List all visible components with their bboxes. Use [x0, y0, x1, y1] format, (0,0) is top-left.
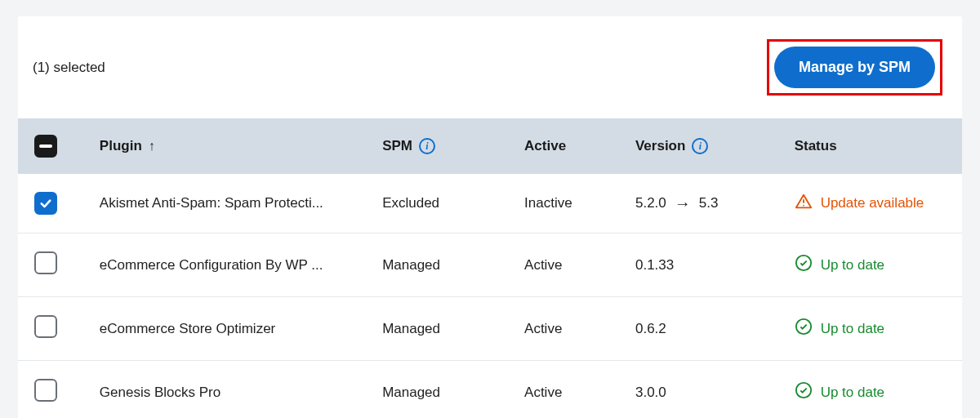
svg-point-3 — [795, 319, 810, 334]
column-header-spm[interactable]: SPM i — [382, 138, 435, 154]
row-checkbox[interactable] — [34, 192, 57, 215]
status-text: Update available — [821, 195, 924, 211]
toolbar: (1) selected Manage by SPM — [18, 16, 962, 118]
manage-by-spm-button[interactable]: Manage by SPM — [774, 47, 935, 88]
svg-point-4 — [795, 383, 810, 398]
annotation-highlight: Manage by SPM — [767, 39, 942, 96]
status-value: Update available — [785, 174, 962, 233]
spm-value: Managed — [372, 361, 514, 419]
version-from: 5.2.0 — [635, 195, 666, 211]
version-value: 5.2.0→5.3 — [626, 174, 785, 233]
svg-point-2 — [795, 256, 810, 270]
status-value: Up to date — [785, 361, 962, 419]
row-checkbox[interactable] — [34, 251, 57, 274]
plugin-name: Akismet Anti-Spam: Spam Protecti... — [90, 174, 372, 233]
arrow-right-icon: → — [675, 194, 691, 213]
plugin-name: Genesis Blocks Pro — [90, 361, 372, 419]
status-value: Up to date — [785, 233, 962, 297]
table-row: eCommerce Configuration By WP ...Managed… — [18, 233, 962, 297]
active-value: Active — [514, 361, 626, 419]
table-row: Genesis Blocks ProManagedActive3.0.0Up t… — [18, 361, 962, 419]
warning-icon — [795, 193, 813, 215]
check-circle-icon — [795, 254, 813, 276]
column-label: Active — [524, 138, 566, 154]
active-value: Active — [514, 297, 626, 361]
info-icon[interactable]: i — [692, 138, 708, 154]
table-header-row: Plugin ↑ SPM i Active — [18, 118, 962, 174]
sort-ascending-icon: ↑ — [149, 139, 155, 153]
active-value: Active — [514, 233, 626, 297]
column-header-version[interactable]: Version i — [635, 138, 708, 154]
minus-icon — [39, 145, 52, 148]
plugin-name: eCommerce Configuration By WP ... — [90, 233, 372, 297]
column-label: Plugin — [100, 138, 142, 154]
status-text: Up to date — [821, 385, 884, 401]
status-text: Up to date — [821, 257, 884, 273]
row-checkbox[interactable] — [34, 379, 57, 402]
version-from: 0.1.33 — [635, 257, 674, 273]
status-text: Up to date — [821, 321, 884, 337]
plugins-table: Plugin ↑ SPM i Active — [18, 118, 962, 418]
column-label: SPM — [382, 138, 412, 154]
version-value: 0.6.2 — [626, 297, 785, 361]
plugin-name: eCommerce Store Optimizer — [90, 297, 372, 361]
column-header-plugin[interactable]: Plugin ↑ — [100, 138, 155, 154]
spm-value: Managed — [372, 297, 514, 361]
select-all-checkbox[interactable] — [34, 135, 57, 158]
row-checkbox[interactable] — [34, 315, 57, 338]
version-to: 5.3 — [699, 195, 719, 211]
check-circle-icon — [795, 318, 813, 340]
info-icon[interactable]: i — [419, 138, 435, 154]
column-header-status[interactable]: Status — [795, 138, 837, 154]
table-row: Akismet Anti-Spam: Spam Protecti...Exclu… — [18, 174, 962, 233]
column-label: Status — [795, 138, 837, 154]
spm-value: Excluded — [372, 174, 514, 233]
status-value: Up to date — [785, 297, 962, 361]
spm-value: Managed — [372, 233, 514, 297]
plugin-panel: (1) selected Manage by SPM Plugin ↑ — [18, 16, 962, 418]
column-header-active[interactable]: Active — [524, 138, 566, 154]
check-circle-icon — [795, 381, 813, 403]
version-from: 0.6.2 — [635, 321, 666, 337]
version-value: 3.0.0 — [626, 361, 785, 419]
selection-count: (1) selected — [33, 60, 105, 76]
column-label: Version — [635, 138, 685, 154]
svg-point-1 — [803, 204, 804, 206]
version-from: 3.0.0 — [635, 385, 666, 401]
table-row: eCommerce Store OptimizerManagedActive0.… — [18, 297, 962, 361]
active-value: Inactive — [514, 174, 626, 233]
version-value: 0.1.33 — [626, 233, 785, 297]
